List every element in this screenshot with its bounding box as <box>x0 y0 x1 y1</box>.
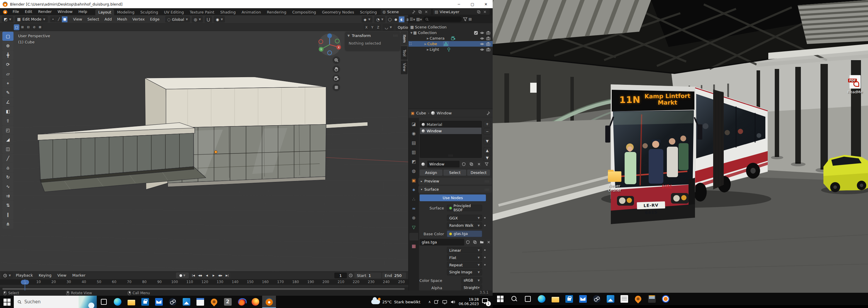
surface-panel-header[interactable]: ▾Surface:::: <box>418 186 492 193</box>
selection-mode-button[interactable]: ⊞ <box>20 24 25 30</box>
editor-type-button[interactable]: ◩▼ <box>2 16 13 23</box>
taskbar-blender[interactable] <box>262 296 276 308</box>
taskbar2-mail[interactable] <box>576 293 590 305</box>
mesh-select-mode-button[interactable]: ■ <box>62 17 67 22</box>
node-tree-icon[interactable] <box>483 161 490 167</box>
network-icon[interactable] <box>442 300 447 305</box>
tab-object[interactable]: ▣ <box>409 177 418 184</box>
desktop-icon-neuer-ordner[interactable]: Neuer Ordner <box>603 171 626 192</box>
new-scene-icon[interactable] <box>418 10 422 14</box>
remove-slot-button[interactable]: − <box>484 128 491 135</box>
taskbar-omsi2[interactable] <box>221 296 235 308</box>
selection-mode-button[interactable]: ⊟ <box>26 24 31 30</box>
breadcrumb-object[interactable]: Cube <box>416 111 426 115</box>
falloff-dropdown[interactable]: ◡▼ <box>383 24 394 31</box>
tablet-pen-icon[interactable] <box>434 300 439 305</box>
taskbar2-map-pin-app[interactable] <box>631 293 645 305</box>
transport-button[interactable]: ▶ <box>210 273 217 278</box>
timeline-ruler[interactable]: 1102030405060708090100110120130140150160… <box>0 279 408 285</box>
eye-icon[interactable] <box>480 48 484 52</box>
camera-visibility-icon[interactable] <box>486 42 490 46</box>
scene-selector[interactable]: ◍ Scene <box>381 9 431 15</box>
tool-rotate[interactable]: ⟳ <box>2 60 13 69</box>
taskbar-search-input[interactable]: Suchen <box>14 296 97 308</box>
eye-icon[interactable] <box>480 31 484 35</box>
tool-add-cube[interactable]: ◧ <box>2 107 13 116</box>
tool-shrink-fatten[interactable]: ⇅ <box>2 201 13 210</box>
blender-titlebar[interactable]: Blender [C:\Users\admin\Desktop\bahnhof_… <box>0 0 493 8</box>
transport-button[interactable]: ▶| <box>224 273 230 278</box>
workspace-tab[interactable]: Modeling <box>114 9 137 15</box>
taskbar2-notepad[interactable] <box>617 293 631 305</box>
image-name-field[interactable]: glas.tga <box>420 239 464 246</box>
taskbar-photos[interactable] <box>180 296 193 308</box>
topbar-menu[interactable]: Window <box>55 8 75 15</box>
pan-hand-icon[interactable] <box>333 65 340 73</box>
mirror-y-toggle[interactable]: Y <box>370 24 375 30</box>
mode-dropdown[interactable]: ▦Edit Mode▼ <box>15 16 48 23</box>
filter-icon[interactable] <box>463 17 467 22</box>
subsurface-method-dropdown[interactable]: Random Walk▼ <box>447 222 482 229</box>
tab-modifiers[interactable]: ∗ <box>409 186 418 194</box>
orientation-dropdown[interactable]: ◌ Global▼ <box>165 16 190 23</box>
selection-mode-button[interactable]: ▢ <box>14 24 19 30</box>
timeline-editor-icon[interactable]: ▼ <box>1 272 13 279</box>
tool-measure[interactable]: ∠ <box>2 97 13 106</box>
weather-widget[interactable]: 25°C Stark bewölkt <box>371 300 421 304</box>
copy-image-icon[interactable] <box>472 239 478 246</box>
mirror-z-toggle[interactable]: Z <box>375 24 381 30</box>
workspace-tab[interactable]: UV Editing <box>161 9 187 15</box>
tool-poly-build[interactable]: ⌂ <box>2 163 13 172</box>
workspace-tab[interactable]: Texture Paint <box>187 9 217 15</box>
taskbar-task-view[interactable] <box>97 296 111 308</box>
slot-move-down-button[interactable]: ▼ <box>484 155 491 161</box>
tool-inset-faces[interactable]: ◰ <box>2 126 13 135</box>
frame-start-field[interactable]: Start1 <box>354 273 381 278</box>
workspace-tab[interactable]: Scripting <box>357 9 380 15</box>
overlays-dropdown[interactable]: ◔▼ <box>374 16 385 23</box>
taskbar-clock[interactable]: 19:2806.06.2023 <box>459 298 479 306</box>
viewport-menu[interactable]: Add <box>102 16 114 23</box>
open-image-folder-icon[interactable] <box>478 239 485 246</box>
alpha-dropdown[interactable]: Straight▼ <box>461 284 482 291</box>
eye-icon[interactable] <box>480 36 484 40</box>
distribution-dropdown[interactable]: GGX▼ <box>447 215 482 221</box>
tool-cursor[interactable]: ⊕ <box>2 41 13 50</box>
tool-extrude[interactable]: ⇧ <box>2 116 13 125</box>
zoom-icon[interactable] <box>333 56 340 64</box>
gizmos-dropdown[interactable]: ◈▼ <box>362 16 372 23</box>
maximize-button[interactable]: ▢ <box>466 0 479 8</box>
pin-icon[interactable] <box>412 10 415 14</box>
taskbar2-round-app[interactable] <box>659 293 673 305</box>
npanel-tab-view[interactable]: View <box>401 60 408 74</box>
collapse-chevron-icon[interactable]: ▼ <box>347 34 350 37</box>
outliner-display-mode-icon[interactable]: ▤▼ <box>416 17 422 22</box>
tab-particles[interactable]: ∴ <box>409 195 418 203</box>
minimize-button[interactable]: ─ <box>452 0 466 8</box>
shading-mode-button[interactable]: ◯ <box>387 17 393 22</box>
remove-viewlayer-icon[interactable] <box>483 10 487 13</box>
camera-view-icon[interactable] <box>333 74 340 82</box>
taskbar-steam[interactable] <box>166 296 180 308</box>
selection-mode-button[interactable]: ⊘ <box>31 24 37 30</box>
tab-texture[interactable]: ▦ <box>409 242 418 250</box>
taskbar-map-pin-app[interactable] <box>207 296 221 308</box>
tool-rip-region[interactable]: ⋔ <box>2 219 13 228</box>
copy-material-icon[interactable] <box>468 161 475 167</box>
material-slot[interactable]: Material <box>420 121 482 128</box>
workspace-tab[interactable]: Sculpting <box>137 9 161 15</box>
current-frame-field[interactable]: 1 <box>334 273 347 278</box>
navigation-gizmo[interactable]: X Y <box>316 32 343 57</box>
desktop-icon-readme[interactable]: PDF ReadMe <box>843 75 867 94</box>
timeline-menu[interactable]: Playback <box>13 272 36 279</box>
material-name-field[interactable]: Window <box>427 161 460 167</box>
tool-smooth[interactable]: ∿ <box>2 182 13 191</box>
interpolation-dropdown[interactable]: Linear▼ <box>447 247 482 253</box>
slot-move-up-button[interactable]: ▲ <box>484 147 491 154</box>
unlink-material-icon[interactable] <box>475 161 483 167</box>
tab-tool[interactable]: ◪ <box>409 120 418 128</box>
fake-user-shield-icon[interactable] <box>465 239 471 246</box>
tray-expand-icon[interactable]: ∧ <box>428 300 431 304</box>
topbar-menu[interactable]: File <box>10 8 22 15</box>
viewlayer-selector[interactable]: ▤ ViewLayer <box>433 9 490 15</box>
